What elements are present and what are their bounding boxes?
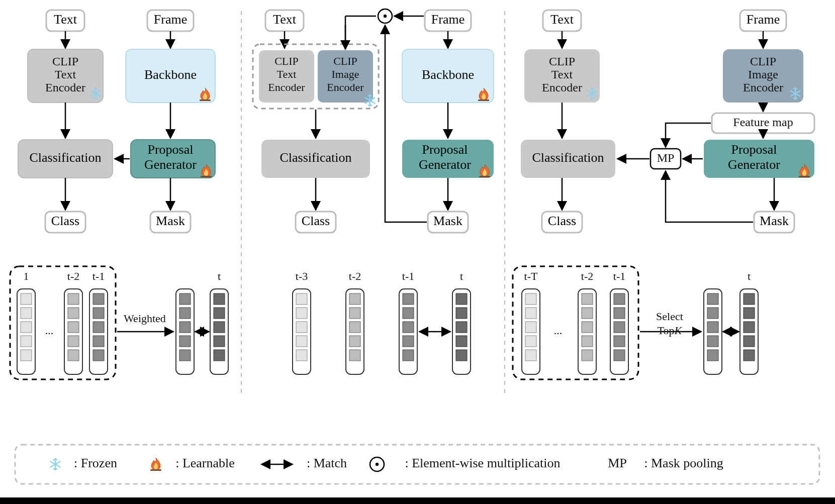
clip-image-encoder: CLIP Image Encoder xyxy=(723,49,803,103)
memory-b: t-3 t-2 t-1 t xyxy=(293,270,471,374)
clip-text-encoder: CLIP Text Encoder xyxy=(259,50,314,103)
classification-label: Classification xyxy=(532,150,604,165)
backbone-label: Backbone xyxy=(144,67,197,82)
text-label: Text xyxy=(54,12,77,27)
class-node: Class xyxy=(542,212,582,233)
t-dots: ... xyxy=(45,324,54,337)
classification-label: Classification xyxy=(30,150,102,165)
clip-text-encoder: CLIP Text Encoder xyxy=(28,49,103,103)
legend-match: : Match xyxy=(307,456,347,470)
backbone-label: Backbone xyxy=(422,67,474,82)
t-idx: t xyxy=(460,270,463,282)
select-label: Select xyxy=(656,310,683,323)
svg-point-94 xyxy=(376,463,379,466)
frame-label: Frame xyxy=(154,12,187,27)
diagram-svg: Text Frame CLIP Text Encoder Backbone Cl… xyxy=(0,0,835,504)
classification-label: Classification xyxy=(280,150,352,165)
cliptext-l2: Text xyxy=(55,68,76,81)
column-c: Text Frame CLIP Text Encoder CLIP Image … xyxy=(513,10,814,379)
t-idx: t-1 xyxy=(613,270,625,282)
legend-learnable: : Learnable xyxy=(175,456,235,470)
t-idx: t-2 xyxy=(67,270,79,282)
ci-l2: Image xyxy=(748,68,778,81)
ci-l3: Encoder xyxy=(743,81,783,94)
ci-l2: Image xyxy=(332,68,359,80)
text-node: Text xyxy=(265,10,304,31)
column-b: Text Frame CLIP Text Encoder CLIP Image … xyxy=(253,9,494,374)
cliptext-l3: Encoder xyxy=(45,81,85,94)
legend-mp-abbrev: MP xyxy=(608,456,627,470)
t-idx: t-2 xyxy=(581,270,593,282)
pg-l1: Proposal xyxy=(731,142,777,157)
frame-node: Frame xyxy=(425,10,471,31)
t-idx: 1 xyxy=(24,270,29,282)
classification: Classification xyxy=(261,140,370,178)
legend-maskpool: : Mask pooling xyxy=(644,456,723,470)
frame-label: Frame xyxy=(431,12,465,27)
backbone: Backbone xyxy=(126,49,215,103)
mask-label: Mask xyxy=(156,214,185,228)
ct-l3: Encoder xyxy=(542,81,582,94)
proposal-l1: Proposal xyxy=(148,142,194,157)
weighted-label: Weighted xyxy=(124,312,166,325)
mask-label: Mask xyxy=(433,214,462,228)
text-label: Text xyxy=(550,12,574,27)
memory-c: t-T ... t-2 t-1 Select TopK t xyxy=(513,266,758,379)
class-node: Class xyxy=(45,212,85,233)
ct-l3: Encoder xyxy=(268,81,305,93)
frame-node: Frame xyxy=(740,10,786,31)
legend-frozen: : Frozen xyxy=(74,456,117,470)
text-node: Text xyxy=(46,10,84,31)
frame-node: Frame xyxy=(147,10,194,31)
mask-node: Mask xyxy=(150,212,191,233)
frame-label: Frame xyxy=(747,12,780,27)
ci-l3: Encoder xyxy=(327,81,364,93)
t-idx: t-1 xyxy=(402,270,414,282)
cliptext-l1: CLIP xyxy=(52,55,78,68)
fire-icon xyxy=(150,458,161,471)
mp-label: MP xyxy=(657,151,675,164)
bottom-bar xyxy=(0,497,835,504)
feature-map: Feature map xyxy=(712,113,814,133)
classification: Classification xyxy=(18,140,113,178)
proposal-generator: Proposal Generator xyxy=(704,140,814,178)
column-a: Text Frame CLIP Text Encoder Backbone Cl… xyxy=(10,10,228,379)
text-label: Text xyxy=(273,12,297,27)
elementwise-icon xyxy=(370,457,384,471)
svg-point-50 xyxy=(384,15,387,18)
backbone: Backbone xyxy=(402,49,494,103)
clip-image-encoder: CLIP Image Encoder xyxy=(318,50,373,103)
ct-l2: Text xyxy=(551,68,573,81)
t-idx: t-2 xyxy=(349,270,361,282)
proposal-generator: Proposal Generator xyxy=(402,140,494,178)
clip-text-encoder: CLIP Text Encoder xyxy=(524,49,600,103)
pg-l1: Proposal xyxy=(422,142,468,157)
proposal-l2: Generator xyxy=(144,157,197,172)
mask-node: Mask xyxy=(428,212,468,233)
t-idx: t-T xyxy=(524,270,538,282)
legend-elemwise: : Element-wise multiplication xyxy=(405,456,560,470)
pg-l2: Generator xyxy=(728,157,780,172)
mask-node: Mask xyxy=(754,212,794,233)
memory-a: 1 ... t-2 t-1 Weighted t xyxy=(10,266,228,379)
elementwise-op xyxy=(378,9,392,23)
featuremap-label: Feature map xyxy=(733,116,793,129)
ci-l1: CLIP xyxy=(333,55,357,67)
mask-label: Mask xyxy=(760,214,789,228)
pg-l2: Generator xyxy=(419,157,471,172)
t-idx: t-1 xyxy=(92,270,105,282)
snowflake-icon xyxy=(51,459,60,470)
t-idx: t-3 xyxy=(296,270,308,282)
topk-label: TopK xyxy=(658,324,683,337)
t-dots: ... xyxy=(554,324,563,337)
class-label: Class xyxy=(51,214,79,228)
class-node: Class xyxy=(296,212,336,233)
proposal-generator: Proposal Generator xyxy=(131,140,215,178)
mp-box: MP xyxy=(651,149,681,169)
ct-l1: CLIP xyxy=(549,55,575,68)
ct-l1: CLIP xyxy=(274,55,299,67)
t-idx: t xyxy=(748,270,751,282)
text-node: Text xyxy=(543,10,581,31)
legend: : Frozen : Learnable : Match : Element-w… xyxy=(15,445,819,484)
t-idx: t xyxy=(218,270,221,282)
